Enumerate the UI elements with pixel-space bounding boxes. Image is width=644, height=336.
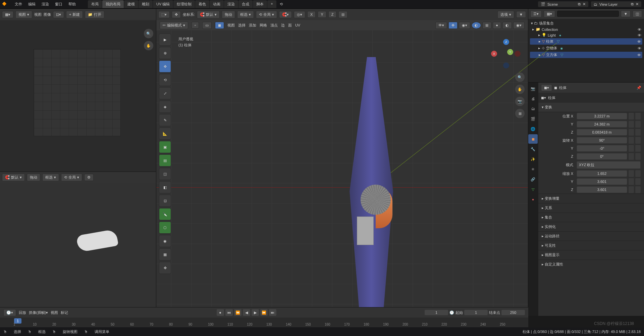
anim-icon[interactable] — [635, 137, 641, 144]
tool-poly-icon[interactable]: ⬡ — [159, 222, 171, 234]
tab-sculpt[interactable]: 雕刻 — [139, 0, 153, 8]
gizmo-neg-z[interactable] — [503, 62, 509, 68]
anim-icon[interactable] — [635, 178, 641, 185]
rot-x[interactable]: 90° — [577, 137, 627, 144]
vp2-select[interactable]: 选择 — [238, 23, 246, 28]
editor-type-3d[interactable]: ⬚▾ — [158, 11, 170, 18]
sec-drag[interactable]: 拖动 — [27, 174, 40, 181]
ptab-object-icon[interactable]: ◼ — [528, 134, 538, 144]
visibility-toggle-icon[interactable]: 👁 — [638, 46, 641, 50]
vp-box[interactable]: 框选▾ — [237, 11, 254, 18]
prev-key-icon[interactable]: ⏪ — [234, 309, 241, 316]
vp2-face[interactable]: 面 — [288, 23, 292, 28]
lock-icon[interactable] — [629, 137, 634, 144]
panel-关系[interactable]: ▸ 关系 — [538, 203, 644, 212]
tree-item[interactable]: ▸ ▽ 柱体 ▽ 👁 — [530, 38, 643, 45]
anim-icon[interactable] — [635, 170, 641, 177]
ptab-constraint-icon[interactable]: 🔗 — [528, 175, 538, 184]
shade-matprev-icon[interactable]: ◐ — [502, 22, 512, 29]
tab-uv[interactable]: UV 编辑 — [153, 0, 173, 8]
rot-y[interactable]: -0° — [577, 145, 627, 152]
tab-my-layout[interactable]: 我的布局 — [102, 0, 124, 8]
nav-zoom-icon[interactable]: 🔍 — [515, 73, 525, 82]
ptab-output-icon[interactable]: 🖨 — [528, 94, 538, 103]
tool-bevel-icon[interactable]: ◧ — [159, 181, 171, 193]
tab-shading[interactable]: 着色 — [195, 0, 209, 8]
ptab-scene-icon[interactable]: 🎬 — [528, 114, 538, 124]
vp-options[interactable]: 选项▾ — [497, 11, 514, 18]
visibility-toggle-icon[interactable]: 👁 — [638, 28, 641, 32]
panel-实例化[interactable]: ▸ 实例化 — [538, 222, 644, 231]
overlay-toggle-icon[interactable]: ◉▾ — [459, 22, 470, 29]
tool-shrink-icon[interactable]: ✥ — [159, 262, 171, 274]
tree-expand-icon[interactable]: ▸ — [539, 39, 541, 44]
nav-gizmo[interactable]: Z Y X — [491, 39, 521, 69]
gizmo-toggle-icon[interactable]: ✥ — [448, 22, 458, 29]
tool-spin-icon[interactable]: ◉ — [159, 235, 171, 247]
tree-expand-icon[interactable]: ▸ — [538, 33, 540, 37]
ptab-world-icon[interactable]: 🌐 — [528, 124, 538, 134]
tool-move-icon[interactable]: ✥ — [159, 60, 171, 73]
tree-expand-icon[interactable]: ▸ — [538, 46, 540, 50]
tl-keying[interactable]: 抓像(插帧)▾ — [29, 310, 48, 315]
tab-layout[interactable]: 布局 — [88, 0, 102, 8]
tab-texpaint[interactable]: 纹理绘制 — [173, 0, 195, 8]
ptab-modifier-icon[interactable]: 🔧 — [528, 144, 538, 154]
uv-menu-view[interactable]: 视图 — [34, 12, 42, 17]
tab-script[interactable]: 脚本 — [253, 0, 267, 8]
sec-box[interactable]: 框选▾ — [42, 174, 59, 181]
jump-end-icon[interactable]: ⏭ — [269, 309, 276, 316]
cylinder-object[interactable] — [361, 185, 391, 215]
panel-可见性[interactable]: ▸ 可见性 — [538, 241, 644, 250]
prop-type-icon[interactable]: ◼▾ — [541, 84, 552, 91]
visibility-icon[interactable]: 👁▾ — [435, 22, 447, 29]
sec-global[interactable]: ⟲ 全局▾ — [61, 174, 82, 181]
loc-z[interactable]: 0.083418 m — [577, 129, 627, 136]
tool-select-icon[interactable]: ▶ — [159, 34, 171, 46]
uv-pivot[interactable]: ⊡▾ — [53, 11, 64, 18]
mirror-y[interactable]: Y — [318, 11, 326, 18]
tool-extrude-icon[interactable]: ▣ — [159, 141, 171, 153]
tab-render[interactable]: 渲染 — [224, 0, 238, 8]
anim-icon[interactable] — [635, 186, 641, 193]
coord-default[interactable]: 🧲 默认▾ — [197, 11, 220, 18]
tree-expand-icon[interactable]: ▸ — [532, 27, 534, 32]
tool-cursor-icon[interactable]: ⊕ — [159, 47, 171, 59]
visibility-toggle-icon[interactable]: 👁 — [637, 40, 641, 44]
outliner-display-icon[interactable]: ▦▾ — [544, 10, 555, 17]
scene-close-icon[interactable]: ✕ — [583, 2, 586, 6]
pan-icon[interactable]: ✋ — [144, 41, 153, 50]
lock-icon[interactable] — [629, 113, 634, 119]
vp-global[interactable]: ⟲ 全局▾ — [256, 11, 277, 18]
tool-transform-icon[interactable]: ◈ — [159, 101, 171, 113]
anim-icon[interactable] — [635, 113, 641, 119]
menu-edit[interactable]: 编辑 — [25, 0, 38, 8]
tl-marker[interactable]: 标记 — [61, 310, 68, 315]
vp2-add[interactable]: 添加 — [249, 23, 256, 28]
sec-snap[interactable]: 🧲 默认▾ — [2, 174, 25, 181]
scale-y[interactable]: 3.601 — [577, 178, 627, 185]
zoom-icon[interactable]: 🔍 — [144, 29, 153, 38]
gizmo-neg-x[interactable] — [515, 51, 521, 57]
visibility-toggle-icon[interactable]: 👁 — [637, 53, 641, 57]
outliner-type-icon[interactable]: ☰▾ — [530, 10, 542, 17]
shade-solid-icon[interactable]: ● — [493, 22, 501, 29]
select-edge-icon[interactable]: ▭ — [202, 22, 212, 29]
snap-icon[interactable]: 🧲▾ — [279, 11, 292, 18]
tool-knife-icon[interactable]: 🔪 — [159, 208, 171, 220]
uv-new-button[interactable]: + 新建 — [66, 11, 83, 18]
proportional-icon[interactable]: ◎▾ — [294, 11, 305, 18]
tree-item[interactable]: ▸ 💡 Light ● 👁 — [530, 32, 643, 38]
rotation-mode[interactable]: XYZ 欧拉 — [577, 161, 641, 169]
rot-z[interactable]: 0° — [577, 153, 627, 160]
ptab-particle-icon[interactable]: ✨ — [528, 154, 538, 164]
select-vert-icon[interactable]: ▫ — [192, 22, 199, 29]
gizmo-y[interactable]: Y — [507, 49, 513, 55]
tl-playback[interactable]: 回放 — [19, 310, 26, 315]
ptab-data-icon[interactable]: ▽ — [528, 185, 538, 194]
play-rev-icon[interactable]: ◀ — [243, 309, 250, 316]
gizmo-x[interactable]: X — [491, 51, 497, 57]
jump-start-icon[interactable]: ⏮ — [225, 309, 233, 316]
tool-measure-icon[interactable]: 📐 — [159, 128, 171, 140]
outliner-new-icon[interactable]: ◫ — [633, 10, 642, 17]
